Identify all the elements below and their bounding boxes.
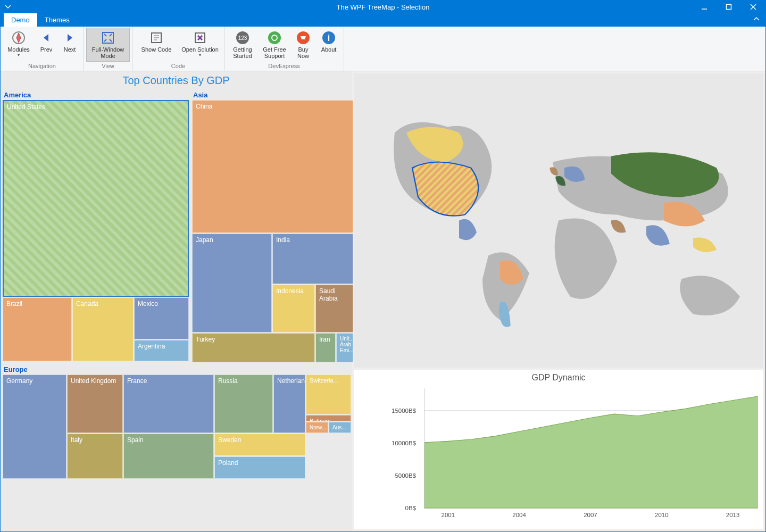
svg-text:123: 123	[238, 35, 247, 41]
svg-point-13	[268, 31, 281, 44]
map-country-india[interactable]	[646, 225, 670, 245]
getfreesupport-button[interactable]: Get Free Support	[259, 28, 290, 62]
support-icon	[267, 30, 282, 45]
minimize-button[interactable]	[692, 1, 717, 13]
tile-norway[interactable]: Norw...	[306, 422, 328, 433]
svg-text:0B$: 0B$	[405, 505, 417, 511]
tile-argentina[interactable]: Argentina	[134, 340, 189, 361]
map-shapes	[394, 122, 740, 327]
svg-text:2004: 2004	[512, 512, 526, 518]
tile-mexico[interactable]: Mexico	[134, 297, 189, 339]
prev-icon	[39, 30, 54, 45]
svg-rect-1	[727, 5, 731, 10]
tile-uk[interactable]: United Kingdom	[67, 375, 123, 433]
map-country-saudi[interactable]	[611, 220, 626, 233]
code-icon	[149, 30, 164, 45]
close-button[interactable]	[741, 1, 765, 13]
world-map[interactable]	[354, 73, 763, 368]
tile-india[interactable]: India	[272, 234, 353, 284]
cart-icon	[296, 30, 311, 45]
tile-spain[interactable]: Spain	[123, 434, 214, 479]
map-country-indonesia[interactable]	[693, 238, 717, 252]
chart-area: 0B$5000B$10000B$15000B$20012004200720102…	[391, 386, 758, 519]
group-view-label: View	[86, 62, 130, 71]
modules-button[interactable]: Modules▾	[3, 28, 35, 62]
tab-demo[interactable]: Demo	[4, 13, 37, 27]
tile-united-states[interactable]: United States	[3, 100, 189, 297]
svg-text:5000B$: 5000B$	[395, 472, 416, 479]
tile-indonesia[interactable]: Indonesia	[272, 285, 315, 332]
tile-china[interactable]: China	[192, 100, 353, 233]
tile-iran[interactable]: Iran	[315, 333, 336, 362]
buynow-button[interactable]: Buy Now	[290, 28, 316, 62]
group-asia-label: Asia	[192, 90, 353, 100]
svg-text:2007: 2007	[584, 512, 597, 518]
ribbon: Modules▾ Prev Next Navigation Full-Windo…	[1, 27, 765, 71]
chart-title: GDP Dynamic	[354, 370, 763, 386]
tile-austria[interactable]: Aus...	[329, 422, 351, 433]
map-country-mexico[interactable]	[459, 219, 477, 240]
svg-text:i: i	[328, 34, 330, 43]
svg-text:10000B$: 10000B$	[392, 440, 417, 446]
treemap-title: Top Countries By GDP	[1, 71, 352, 90]
group-devexpress-label: DevExpress	[227, 62, 342, 71]
ribbon-collapse-button[interactable]	[753, 15, 760, 24]
group-code-label: Code	[135, 62, 222, 71]
map-country-usa[interactable]	[412, 162, 478, 216]
gdp-chart: GDP Dynamic 0B$5000B$10000B$15000B$20012…	[354, 370, 763, 529]
gettingstarted-button[interactable]: 123 Getting Started	[227, 28, 259, 62]
tile-france[interactable]: France	[123, 375, 214, 433]
tile-russia[interactable]: Russia	[214, 375, 273, 433]
tile-netherlands[interactable]: Netherlands	[273, 375, 305, 433]
group-america-label: America	[3, 90, 189, 100]
svg-text:2010: 2010	[655, 512, 669, 518]
prev-button[interactable]: Prev	[35, 28, 58, 62]
map-africa	[555, 219, 617, 299]
svg-text:2001: 2001	[442, 512, 455, 518]
info-icon: i	[321, 30, 336, 45]
123-icon: 123	[235, 30, 250, 45]
ribbon-tabstrip: Demo Themes	[1, 13, 765, 27]
titlebar: The WPF TreeMap - Selection	[1, 1, 765, 13]
next-icon	[62, 30, 77, 45]
tab-themes[interactable]: Themes	[37, 13, 77, 27]
tile-belgium[interactable]: Belgium	[306, 415, 351, 421]
tile-sweden[interactable]: Sweden	[214, 434, 305, 456]
showcode-button[interactable]: Show Code	[135, 28, 178, 62]
tile-germany[interactable]: Germany	[3, 375, 66, 479]
tile-italy[interactable]: Italy	[67, 434, 123, 479]
vs-icon	[193, 30, 207, 45]
maximize-button[interactable]	[717, 1, 741, 13]
window-title: The WPF TreeMap - Selection	[337, 3, 430, 11]
compass-icon	[11, 30, 26, 45]
opensolution-button[interactable]: Open Solution▾	[178, 28, 222, 62]
svg-text:15000B$: 15000B$	[392, 408, 417, 414]
map-australia	[680, 276, 740, 315]
system-menu-icon[interactable]	[5, 1, 11, 13]
svg-text:2013: 2013	[726, 512, 740, 518]
tile-turkey[interactable]: Turkey	[192, 333, 315, 362]
tile-saudi-arabia[interactable]: Saudi Arabia	[315, 285, 353, 332]
tile-japan[interactable]: Japan	[192, 234, 272, 332]
group-navigation-label: Navigation	[3, 62, 81, 71]
tile-switzerland[interactable]: Switzerla...	[306, 375, 351, 414]
fullwindow-button[interactable]: Full-Window Mode	[86, 28, 130, 62]
next-button[interactable]: Next	[58, 28, 81, 62]
tile-poland[interactable]: Poland	[214, 456, 305, 479]
group-europe-label: Europe	[3, 364, 349, 375]
tile-uae[interactable]: Unit... Arab Emi...	[336, 333, 353, 362]
tile-brazil[interactable]: Brazil	[3, 297, 72, 361]
fullscreen-icon	[101, 30, 115, 45]
tile-canada[interactable]: Canada	[72, 297, 134, 361]
about-button[interactable]: i About	[316, 28, 342, 62]
